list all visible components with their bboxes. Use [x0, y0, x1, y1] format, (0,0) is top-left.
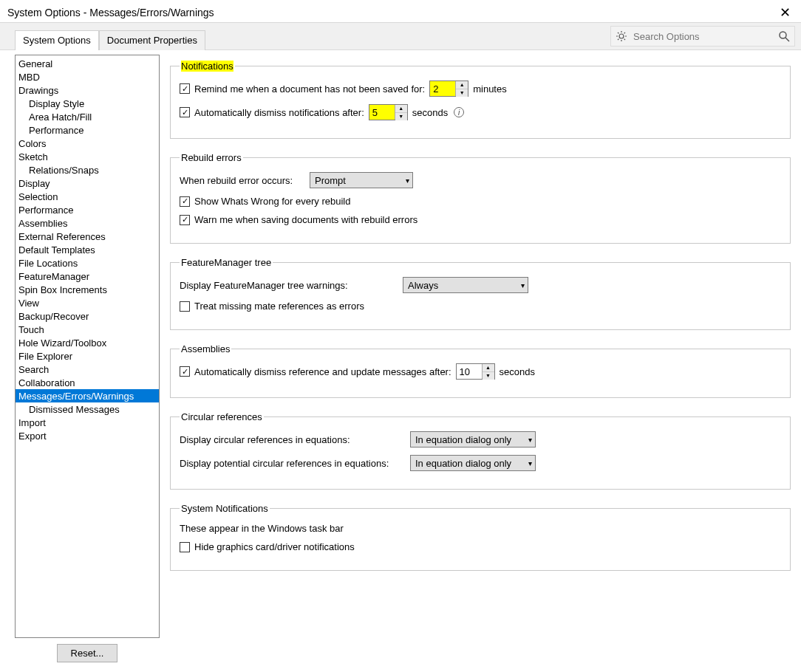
info-icon[interactable]: i: [454, 107, 464, 117]
sidebar-item[interactable]: MBD: [16, 70, 159, 83]
sidebar-item[interactable]: File Locations: [16, 256, 159, 270]
dd-circ-pot[interactable]: In equation dialog only ▾: [410, 455, 536, 471]
label-when-rebuild: When rebuild error occurs:: [180, 175, 305, 186]
sidebar-item[interactable]: Assemblies: [16, 216, 159, 230]
dd-fm-value: Always: [408, 280, 438, 291]
close-icon[interactable]: ✕: [775, 4, 795, 21]
dd-circ-disp-value: In equation dialog only: [415, 434, 511, 445]
spin-down-icon[interactable]: ▼: [456, 89, 468, 97]
sidebar-item[interactable]: Performance: [16, 123, 159, 137]
cb-auto-dismiss-notif[interactable]: [180, 107, 190, 117]
label-auto-dismiss-asm: Automatically dismiss reference and upda…: [194, 366, 451, 377]
label-auto-dismiss-notif: Automatically dismiss notifications afte…: [194, 107, 364, 118]
sidebar-item[interactable]: Selection: [16, 190, 159, 203]
legend-fm: FeatureManager tree: [180, 257, 273, 268]
chevron-down-icon: ▾: [406, 176, 409, 185]
sidebar-item[interactable]: Messages/Errors/Warnings: [16, 389, 159, 402]
input-dismiss-seconds[interactable]: [369, 105, 395, 120]
dd-rebuild-action[interactable]: Prompt ▾: [310, 172, 413, 188]
tab-document-properties[interactable]: Document Properties: [99, 30, 205, 50]
spin-up-icon[interactable]: ▲: [395, 105, 407, 113]
sidebar-item[interactable]: External References: [16, 230, 159, 243]
group-assemblies: Assemblies Automatically dismiss referen…: [170, 343, 791, 398]
sidebar-item[interactable]: File Explorer: [16, 349, 159, 363]
gear-icon: [616, 30, 627, 42]
top-strip: System Options Document Properties: [0, 22, 801, 50]
svg-line-1: [785, 38, 789, 41]
label-warn-save-rebuild: Warn me when saving documents with rebui…: [194, 214, 417, 225]
sidebar-item[interactable]: General: [16, 57, 159, 70]
sidebar-item[interactable]: Export: [16, 429, 159, 442]
sidebar-item[interactable]: Touch: [16, 323, 159, 336]
cb-show-whats-wrong[interactable]: [180, 196, 190, 207]
spin-up-icon[interactable]: ▲: [483, 364, 494, 372]
sidebar-item[interactable]: Collaboration: [16, 376, 159, 389]
sidebar-item[interactable]: Backup/Recover: [16, 309, 159, 323]
tab-system-options[interactable]: System Options: [15, 30, 99, 50]
search-input[interactable]: [632, 30, 774, 43]
sidebar-item[interactable]: Display Style: [16, 97, 159, 110]
dd-rebuild-value: Prompt: [315, 175, 346, 186]
spin-dismiss-seconds[interactable]: ▲▼: [369, 104, 408, 120]
sidebar-item[interactable]: Sketch: [16, 150, 159, 163]
search-icon[interactable]: [778, 30, 790, 42]
sidebar-item[interactable]: Search: [16, 363, 159, 376]
main-panel: Notifications Remind me when a document …: [160, 55, 795, 672]
sidebar-item[interactable]: Area Hatch/Fill: [16, 110, 159, 123]
sidebar-item[interactable]: Display: [16, 176, 159, 190]
group-rebuild-errors: Rebuild errors When rebuild error occurs…: [170, 152, 791, 244]
chevron-down-icon: ▾: [528, 436, 532, 444]
cb-hide-gpu-notif[interactable]: [180, 542, 190, 552]
label-hide-gpu-notif: Hide graphics card/driver notifications: [194, 541, 355, 552]
spin-remind-minutes[interactable]: ▲▼: [429, 80, 468, 97]
label-sysnotif-desc: These appear in the Windows task bar: [180, 523, 344, 534]
sidebar-item[interactable]: Relations/Snaps: [16, 163, 159, 176]
group-system-notifications: System Notifications These appear in the…: [170, 503, 791, 571]
svg-point-0: [780, 32, 786, 38]
sidebar-item[interactable]: Hole Wizard/Toolbox: [16, 336, 159, 349]
group-circular-references: Circular references Display circular ref…: [170, 411, 791, 490]
dd-circ-pot-value: In equation dialog only: [415, 458, 511, 469]
cb-treat-missing-mate[interactable]: [180, 301, 190, 312]
input-remind-minutes[interactable]: [430, 81, 455, 96]
cb-remind-save[interactable]: [180, 83, 190, 94]
label-show-whats-wrong: Show Whats Wrong for every rebuild: [194, 196, 350, 207]
label-circ-disp: Display circular references in equations…: [180, 434, 406, 445]
dd-circ-disp[interactable]: In equation dialog only ▾: [410, 431, 536, 448]
sidebar: GeneralMBDDrawingsDisplay StyleArea Hatc…: [15, 55, 160, 638]
sidebar-item[interactable]: Import: [16, 416, 159, 429]
unit-seconds: seconds: [412, 107, 448, 118]
spin-asm-seconds[interactable]: ▲▼: [456, 363, 495, 380]
window-title: System Options - Messages/Errors/Warning…: [7, 7, 214, 18]
legend-notifications: Notifications: [181, 61, 234, 72]
sidebar-item[interactable]: View: [16, 296, 159, 309]
title-bar: System Options - Messages/Errors/Warning…: [0, 0, 801, 22]
legend-circular: Circular references: [180, 411, 264, 422]
sidebar-item[interactable]: Drawings: [16, 83, 159, 97]
dd-fm-warnings[interactable]: Always ▾: [403, 277, 528, 293]
cb-warn-save-rebuild[interactable]: [180, 215, 190, 225]
sidebar-item[interactable]: Dismissed Messages: [16, 402, 159, 416]
label-fm-display: Display FeatureManager tree warnings:: [180, 280, 398, 291]
spin-down-icon[interactable]: ▼: [483, 372, 494, 380]
sidebar-item[interactable]: FeatureManager: [16, 270, 159, 283]
chevron-down-icon: ▾: [521, 281, 525, 289]
sidebar-item[interactable]: Default Templates: [16, 243, 159, 256]
sidebar-item[interactable]: Colors: [16, 137, 159, 150]
group-notifications: Notifications Remind me when a document …: [170, 61, 791, 139]
sidebar-item[interactable]: Performance: [16, 203, 159, 216]
cb-auto-dismiss-asm[interactable]: [180, 366, 190, 377]
input-asm-seconds[interactable]: [457, 364, 482, 379]
legend-rebuild: Rebuild errors: [180, 152, 243, 163]
label-circ-pot: Display potential circular references in…: [180, 458, 406, 469]
legend-assemblies: Assemblies: [180, 343, 231, 354]
spin-up-icon[interactable]: ▲: [456, 81, 468, 89]
legend-sysnotif: System Notifications: [180, 503, 270, 514]
chevron-down-icon: ▾: [528, 459, 532, 467]
search-box[interactable]: [610, 26, 795, 47]
tabs: System Options Document Properties: [15, 30, 205, 50]
unit-minutes: minutes: [473, 83, 507, 95]
reset-button[interactable]: Reset...: [57, 644, 118, 662]
spin-down-icon[interactable]: ▼: [395, 113, 407, 120]
sidebar-item[interactable]: Spin Box Increments: [16, 283, 159, 296]
